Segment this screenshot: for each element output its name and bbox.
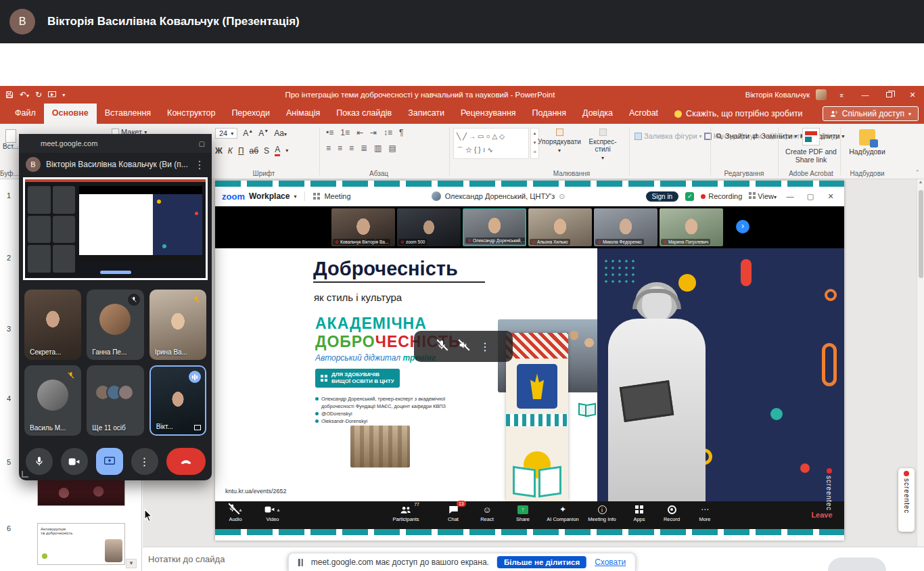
- justify-icon[interactable]: ≣: [361, 143, 367, 153]
- more-options-icon[interactable]: ⋮: [194, 158, 205, 171]
- shape-fill-button[interactable]: Заливка фігури▾: [634, 129, 702, 143]
- current-slide[interactable]: zoom Workplace ▾ Meeting Олександр Дорен…: [215, 181, 844, 541]
- align-right-icon[interactable]: ≡: [349, 143, 354, 153]
- bullets-icon[interactable]: •≡: [326, 128, 333, 137]
- participant-tile[interactable]: Секрета...: [24, 290, 81, 360]
- customize-qat-icon[interactable]: ▾: [62, 92, 65, 98]
- text-direction-icon[interactable]: ¶: [399, 128, 403, 137]
- more-options-button[interactable]: ⋮: [131, 448, 158, 475]
- ornate-column-graphic: [506, 333, 568, 501]
- tab-review[interactable]: Рецензування: [453, 104, 524, 124]
- mic-off-icon: [190, 294, 202, 306]
- quick-styles-button[interactable]: Експрес-стилі▾: [582, 129, 624, 161]
- participant-tile[interactable]: Ірина Ва...: [149, 290, 206, 360]
- create-pdf-button[interactable]: Create PDF and Share link: [785, 128, 837, 164]
- columns-icon[interactable]: ▥: [374, 143, 382, 153]
- mic-button[interactable]: [26, 448, 53, 475]
- hide-banner-link[interactable]: Сховати: [595, 557, 626, 567]
- meet-restore-icon[interactable]: ▢: [199, 140, 205, 147]
- undo-icon[interactable]: ↶▾: [20, 90, 29, 99]
- resize-handle[interactable]: [22, 471, 28, 478]
- chevron-down-icon: ▾: [908, 111, 911, 117]
- open-book-graphic: [513, 454, 561, 496]
- participant-tile-self[interactable]: Вікт...: [149, 365, 206, 436]
- user-avatar[interactable]: [816, 89, 827, 100]
- tab-slideshow[interactable]: Показ слайдів: [328, 104, 400, 124]
- shrink-font-button[interactable]: А▼: [258, 129, 269, 138]
- align-left-icon[interactable]: ≡: [326, 143, 331, 153]
- collapse-ribbon-icon[interactable]: ⌃: [915, 169, 920, 176]
- share-button[interactable]: Спільний доступ ▾: [823, 106, 919, 121]
- font-color-button[interactable]: А: [275, 145, 280, 156]
- grow-font-button[interactable]: А▲: [243, 129, 253, 138]
- participant-tile[interactable]: Ганна Пе...: [87, 290, 143, 360]
- tab-design[interactable]: Конструктор: [159, 104, 223, 124]
- ribbon-display-options-icon[interactable]: ⌅: [833, 91, 850, 99]
- present-button[interactable]: [96, 448, 123, 475]
- tab-record[interactable]: Записати: [400, 104, 453, 124]
- redo-icon[interactable]: ↻: [35, 90, 42, 99]
- tell-me-box[interactable]: Скажіть, що потрібно зробити: [666, 104, 811, 124]
- tab-animations[interactable]: Анімація: [278, 104, 328, 124]
- shapes-gallery[interactable]: ╲╱→▭○△◇⌒☆{}≀∿: [453, 128, 529, 159]
- tab-help[interactable]: Довідка: [574, 104, 621, 124]
- minimize-button[interactable]: —: [856, 91, 874, 99]
- mic-off-icon: ⊘: [532, 239, 536, 244]
- slide-number-3[interactable]: 3: [7, 325, 11, 333]
- find-button[interactable]: Знайти: [716, 129, 749, 143]
- screen-share-preview[interactable]: [23, 177, 208, 280]
- thumbnail-scroll-down[interactable]: ▼: [126, 559, 137, 568]
- presentation-left-panel: Доброчесність як стиль і культура АКАДЕМ…: [215, 248, 597, 501]
- decrease-indent-icon[interactable]: ⇤: [356, 128, 363, 137]
- change-case-button[interactable]: Аа▾: [274, 129, 287, 138]
- meet-window-titlebar[interactable]: meet.google.com ▢: [19, 134, 212, 153]
- slide-6-person-image: [105, 539, 122, 562]
- arrange-button[interactable]: Упорядкувати▾: [540, 129, 579, 154]
- tab-acrobat[interactable]: Acrobat: [621, 104, 666, 124]
- tab-transitions[interactable]: Переходи: [223, 104, 278, 124]
- bold-button[interactable]: Ж: [215, 146, 223, 156]
- save-icon[interactable]: [5, 91, 14, 99]
- google-meet-window[interactable]: meet.google.com ▢ B Вікторія Василівна К…: [19, 134, 212, 480]
- tab-view[interactable]: Подання: [524, 104, 574, 124]
- scrollbar-thumb[interactable]: [919, 190, 923, 278]
- paste-button[interactable]: Вст...: [3, 129, 19, 150]
- slide-number-2[interactable]: 2: [7, 254, 11, 262]
- paragraph-group: •≡ 1≡ ⇤ ⇥ ↕≡ ¶ ≡ ≡ ≡ ≣ ▥ ▤: [326, 128, 403, 153]
- slide-number-4[interactable]: 4: [7, 394, 11, 403]
- teal-circle-shape: [770, 408, 783, 420]
- strip-tile-active-speaker: ⊘Олександр Доренський, ...: [463, 208, 526, 246]
- restore-button[interactable]: [880, 91, 898, 99]
- slide-number-1[interactable]: 1: [7, 191, 11, 200]
- slideshow-icon[interactable]: [48, 91, 56, 99]
- end-call-button[interactable]: [166, 448, 206, 475]
- text-shadow-button[interactable]: S: [264, 146, 269, 156]
- underline-button[interactable]: П: [238, 146, 244, 156]
- close-button[interactable]: ✕: [904, 91, 921, 99]
- slide-number-6[interactable]: 6: [7, 524, 11, 532]
- pause-icon: [298, 559, 303, 566]
- corner-widget: [828, 557, 886, 571]
- increase-indent-icon[interactable]: ⇥: [370, 128, 377, 137]
- addins-button[interactable]: Надбудови: [847, 129, 887, 156]
- tab-file[interactable]: Файл: [7, 104, 44, 124]
- align-center-icon[interactable]: ≡: [338, 143, 342, 153]
- font-size-box[interactable]: 24▾: [215, 128, 237, 139]
- participant-tile-overflow[interactable]: Ще 11 осіб: [87, 365, 143, 436]
- line-spacing-icon[interactable]: ↕≡: [384, 128, 392, 137]
- slide-6-thumbnail[interactable]: Антикорупція та доброчесність: [37, 523, 125, 565]
- participant-tile[interactable]: Василь М...: [24, 365, 81, 436]
- tab-home[interactable]: Основне: [44, 104, 97, 124]
- font-color-caret[interactable]: ▾: [285, 147, 288, 154]
- stop-sharing-button[interactable]: Більше не ділитися: [497, 556, 586, 568]
- numbering-icon[interactable]: 1≡: [340, 128, 350, 137]
- strikethrough-button[interactable]: аб: [250, 146, 259, 156]
- expand-icon[interactable]: [194, 425, 201, 430]
- tab-insert[interactable]: Вставлення: [97, 104, 159, 124]
- italic-button[interactable]: К: [228, 146, 233, 156]
- zoom-sign-in-button: Sign in: [646, 191, 679, 202]
- slide-number-5[interactable]: 5: [7, 458, 11, 466]
- smartart-icon[interactable]: ▤: [388, 143, 396, 153]
- camera-button[interactable]: [61, 448, 88, 475]
- vertical-scrollbar[interactable]: ▲: [917, 179, 924, 547]
